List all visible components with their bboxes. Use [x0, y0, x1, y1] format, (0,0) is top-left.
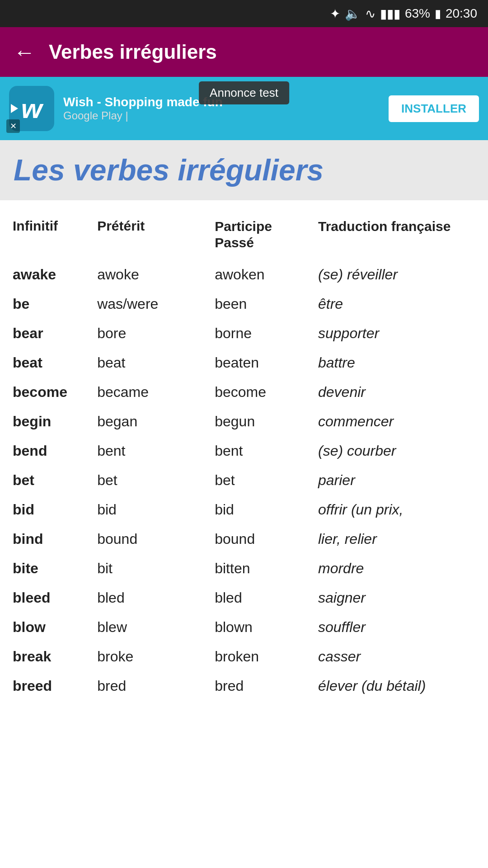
table-row: breakbrokebrokencasser — [9, 642, 479, 671]
verb-traduction: lier, relier — [314, 524, 479, 554]
verb-preterit: began — [94, 407, 211, 436]
verb-preterit: bred — [94, 671, 211, 701]
verb-participe: broken — [211, 642, 314, 671]
verb-participe: bitten — [211, 554, 314, 583]
verb-preterit: was/were — [94, 289, 211, 319]
page-heading-box: Les verbes irréguliers — [0, 140, 488, 200]
verb-preterit: broke — [94, 642, 211, 671]
verb-table-container: Infinitif Prétérit Participe Passé Tradu… — [0, 200, 488, 714]
verb-participe: borne — [211, 319, 314, 348]
ad-tooltip: Annonce test — [199, 81, 289, 104]
verb-traduction: casser — [314, 642, 479, 671]
ad-app-subtitle: Google Play | — [63, 109, 380, 122]
verb-traduction: commencer — [314, 407, 479, 436]
ad-install-button[interactable]: INSTALLER — [389, 95, 479, 122]
status-icons: ✦ 🔈 ∿ ▮▮▮ 63% ▮ 20:30 — [330, 6, 477, 21]
verb-participe: been — [211, 289, 314, 319]
mute-icon: 🔈 — [345, 6, 361, 21]
verb-traduction: (se) réveiller — [314, 260, 479, 289]
verb-participe: bet — [211, 466, 314, 495]
table-row: beginbeganbeguncommencer — [9, 407, 479, 436]
verb-preterit: became — [94, 377, 211, 407]
verb-participe: begun — [211, 407, 314, 436]
verb-traduction: être — [314, 289, 479, 319]
verb-infinitif: awake — [9, 260, 94, 289]
table-row: bidbidbidoffrir (un prix, — [9, 495, 479, 524]
verb-table: Infinitif Prétérit Participe Passé Tradu… — [9, 214, 479, 701]
verb-participe: bid — [211, 495, 314, 524]
verb-preterit: bent — [94, 436, 211, 466]
verb-infinitif: become — [9, 377, 94, 407]
verb-participe: blown — [211, 613, 314, 642]
verb-infinitif: bear — [9, 319, 94, 348]
verb-traduction: devenir — [314, 377, 479, 407]
verb-infinitif: bite — [9, 554, 94, 583]
battery-level: 63% — [405, 6, 430, 21]
verb-preterit: blew — [94, 613, 211, 642]
verb-participe: bled — [211, 583, 314, 613]
verb-participe: beaten — [211, 348, 314, 377]
table-row: awakeawokeawoken(se) réveiller — [9, 260, 479, 289]
th-traduction: Traduction française — [314, 214, 479, 260]
verb-infinitif: blow — [9, 613, 94, 642]
verb-infinitif: beat — [9, 348, 94, 377]
verb-traduction: supporter — [314, 319, 479, 348]
verb-traduction: mordre — [314, 554, 479, 583]
verb-preterit: bet — [94, 466, 211, 495]
verb-traduction: parier — [314, 466, 479, 495]
verb-participe: bound — [211, 524, 314, 554]
page-heading: Les verbes irréguliers — [14, 154, 474, 187]
table-row: bitebitbittenmordre — [9, 554, 479, 583]
table-row: bearborebornesupporter — [9, 319, 479, 348]
status-time: 20:30 — [446, 6, 477, 21]
wifi-icon: ∿ — [365, 6, 375, 21]
table-row: breedbredbredélever (du bétail) — [9, 671, 479, 701]
back-button[interactable]: ← — [14, 40, 35, 65]
verb-traduction: souffler — [314, 613, 479, 642]
verb-infinitif: bind — [9, 524, 94, 554]
verb-infinitif: bleed — [9, 583, 94, 613]
verb-preterit: bit — [94, 554, 211, 583]
verb-infinitif: break — [9, 642, 94, 671]
table-row: betbetbetparier — [9, 466, 479, 495]
th-preterit: Prétérit — [94, 214, 211, 260]
svg-marker-0 — [11, 104, 18, 113]
bluetooth-icon: ✦ — [330, 6, 340, 21]
verb-traduction: élever (du bétail) — [314, 671, 479, 701]
verb-preterit: bore — [94, 319, 211, 348]
verb-infinitif: bid — [9, 495, 94, 524]
verb-traduction: offrir (un prix, — [314, 495, 479, 524]
verb-preterit: awoke — [94, 260, 211, 289]
ad-icon-letter: w — [21, 93, 42, 124]
verb-participe: become — [211, 377, 314, 407]
verb-infinitif: begin — [9, 407, 94, 436]
table-header-row: Infinitif Prétérit Participe Passé Tradu… — [9, 214, 479, 260]
toolbar-title: Verbes irréguliers — [49, 41, 217, 63]
verb-participe: bred — [211, 671, 314, 701]
battery-icon: ▮ — [435, 7, 441, 21]
verb-infinitif: be — [9, 289, 94, 319]
verb-traduction: (se) courber — [314, 436, 479, 466]
table-row: becomebecamebecomedevenir — [9, 377, 479, 407]
th-participe: Participe Passé — [211, 214, 314, 260]
toolbar: ← Verbes irréguliers — [0, 27, 488, 77]
verb-traduction: battre — [314, 348, 479, 377]
verb-preterit: bled — [94, 583, 211, 613]
table-row: blowblewblownsouffler — [9, 613, 479, 642]
th-infinitif: Infinitif — [9, 214, 94, 260]
ad-play-icon — [6, 100, 23, 117]
table-row: bindboundboundlier, relier — [9, 524, 479, 554]
verb-infinitif: bend — [9, 436, 94, 466]
table-row: beatbeatbeatenbattre — [9, 348, 479, 377]
signal-icon: ▮▮▮ — [380, 6, 400, 21]
table-row: bleedbledbledsaigner — [9, 583, 479, 613]
verb-participe: bent — [211, 436, 314, 466]
ad-banner: w Wish - Shopping made fun Google Play |… — [0, 77, 488, 140]
verb-participe: awoken — [211, 260, 314, 289]
verb-preterit: beat — [94, 348, 211, 377]
verb-infinitif: breed — [9, 671, 94, 701]
status-bar: ✦ 🔈 ∿ ▮▮▮ 63% ▮ 20:30 — [0, 0, 488, 27]
table-row: bendbentbent(se) courber — [9, 436, 479, 466]
verb-preterit: bound — [94, 524, 211, 554]
ad-close-icon[interactable]: ✕ — [6, 119, 20, 133]
